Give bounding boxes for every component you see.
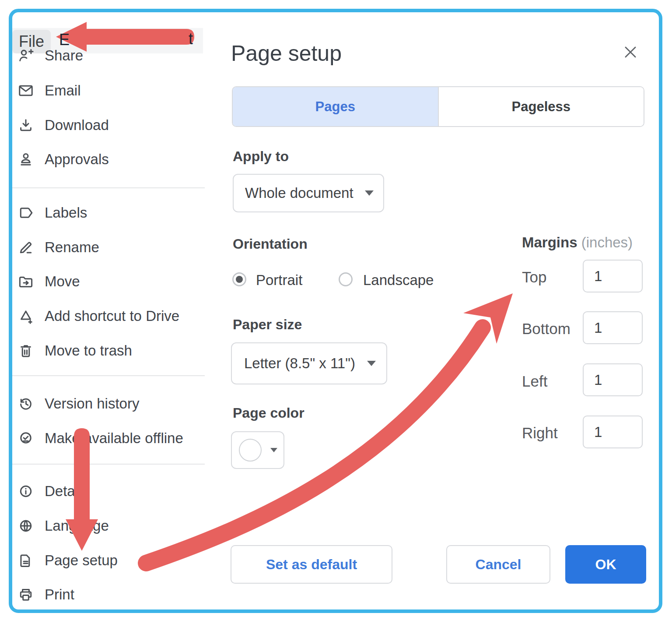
portrait-radio[interactable] [232, 272, 246, 286]
margins-label-text: Margins [522, 234, 578, 250]
menu-item-label: Language [45, 518, 109, 534]
menu-item-language[interactable]: Language [18, 516, 206, 536]
printer-icon [18, 586, 34, 603]
page-color-dropdown[interactable] [231, 431, 284, 469]
dialog-title: Page setup [231, 41, 342, 66]
menu-item-label: Move to trash [45, 342, 132, 359]
page-icon [18, 552, 34, 569]
menu-item-move-to-trash[interactable]: Move to trash [18, 341, 206, 361]
margins-label: Margins (inches) [522, 234, 633, 251]
menu-item-label: Download [45, 117, 109, 134]
paper-size-label: Paper size [233, 317, 302, 333]
margin-bottom-label: Bottom [522, 320, 570, 338]
menu-item-approvals[interactable]: Approvals [18, 149, 206, 169]
menu-item-label: Rename [45, 239, 99, 256]
landscape-radio-label: Landscape [363, 272, 434, 289]
offline-pin-icon [18, 430, 34, 447]
menu-item-details[interactable]: Details [18, 481, 206, 501]
landscape-radio[interactable] [339, 272, 353, 286]
menu-item-label: Details [45, 483, 89, 500]
margin-right-label: Right [522, 424, 558, 442]
menu-item-label: Version history [45, 395, 139, 412]
apply-to-value: Whole document [245, 185, 354, 201]
close-icon[interactable] [622, 44, 639, 60]
pencil-icon [18, 239, 34, 256]
margin-top-input[interactable] [583, 260, 643, 292]
menu-divider [12, 375, 205, 376]
margin-bottom-input[interactable] [583, 311, 643, 344]
history-icon [18, 395, 34, 412]
obscured-menu-text-right: t [189, 30, 193, 48]
tab-pageless[interactable]: Pageless [439, 87, 644, 126]
page-setup-screenshot: File E t Share Email Download Approvals … [0, 0, 672, 620]
page-setup-tabs: Pages Pageless [232, 86, 644, 127]
menu-item-label: Print [45, 586, 74, 603]
apply-to-dropdown[interactable]: Whole document [233, 174, 384, 212]
menu-item-label: Email [45, 82, 81, 99]
orientation-label: Orientation [233, 236, 308, 252]
margin-left-input[interactable] [583, 363, 643, 396]
menu-item-label: Share [45, 47, 83, 64]
portrait-radio-label: Portrait [256, 272, 302, 289]
globe-icon [18, 518, 34, 534]
menu-divider [12, 464, 205, 465]
download-icon [18, 117, 34, 134]
obscured-menu-text-left: E [59, 31, 70, 49]
radio-selected-dot [236, 276, 243, 283]
paper-size-value: Letter (8.5" x 11") [244, 355, 355, 372]
chevron-down-icon [270, 448, 277, 452]
chevron-down-icon [365, 190, 374, 196]
paper-size-dropdown[interactable]: Letter (8.5" x 11") [231, 342, 387, 384]
trash-icon [18, 342, 34, 359]
mail-icon [18, 82, 34, 99]
menu-item-labels[interactable]: Labels [18, 203, 206, 223]
drive-add-icon [18, 308, 34, 324]
margin-top-label: Top [522, 268, 546, 286]
menu-item-version-history[interactable]: Version history [18, 394, 206, 414]
menu-item-label: Approvals [45, 151, 109, 168]
approval-stamp-icon [18, 151, 34, 168]
cancel-button[interactable]: Cancel [446, 545, 550, 584]
tab-pages[interactable]: Pages [233, 87, 439, 126]
folder-move-icon [18, 273, 34, 290]
set-as-default-button[interactable]: Set as default [231, 545, 392, 584]
ok-button[interactable]: OK [565, 545, 646, 584]
page-color-swatch [239, 439, 262, 461]
menu-item-add-shortcut[interactable]: Add shortcut to Drive [18, 306, 206, 326]
menu-item-label: Add shortcut to Drive [45, 308, 179, 324]
page-color-label: Page color [233, 405, 304, 421]
info-icon [18, 483, 34, 500]
menu-item-email[interactable]: Email [18, 81, 206, 101]
chevron-down-icon [367, 361, 376, 366]
margin-right-input[interactable] [583, 416, 643, 448]
person-add-icon [18, 47, 34, 64]
menu-item-move[interactable]: Move [18, 271, 206, 292]
apply-to-label: Apply to [233, 148, 289, 165]
menu-item-download[interactable]: Download [18, 115, 206, 135]
menu-item-share[interactable]: Share [18, 46, 206, 66]
menu-item-rename[interactable]: Rename [18, 237, 206, 257]
menu-item-label: Labels [45, 204, 87, 221]
menu-divider [12, 187, 205, 188]
label-icon [18, 204, 34, 221]
menu-item-make-available-offline[interactable]: Make available offline [18, 428, 206, 448]
menu-item-label: Page setup [45, 552, 118, 569]
menu-item-label: Move [45, 273, 80, 290]
menu-item-page-setup[interactable]: Page setup [18, 550, 206, 571]
menu-item-print[interactable]: Print [18, 585, 206, 605]
margins-unit-text: (inches) [581, 234, 633, 250]
margin-left-label: Left [522, 373, 547, 390]
menu-item-label: Make available offline [45, 430, 183, 447]
